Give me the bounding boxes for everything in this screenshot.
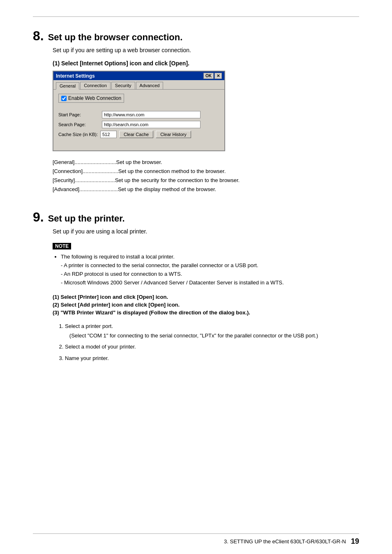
printer-step-2: (2) Select [Add printer] icon and click … <box>53 302 359 308</box>
start-page-label: Start Page: <box>58 112 99 117</box>
printer-sub-steps: Select a printer port. (Select "COM 1" f… <box>53 321 359 363</box>
top-rule <box>33 16 359 17</box>
clear-history-button[interactable]: Clear History <box>156 131 191 138</box>
section-8-body: Set up if you are setting up a web brows… <box>53 47 359 194</box>
cache-row: Cache Size (in KB): Clear Cache Clear Hi… <box>58 131 219 138</box>
enable-web-connection-label: Enable Web Connection <box>68 95 121 101</box>
printer-step-1: (1) Select [Printer] icon and click [Ope… <box>53 294 359 300</box>
dialog-close-button[interactable]: ✕ <box>214 73 222 79</box>
search-page-input[interactable] <box>102 121 201 128</box>
tab-advanced[interactable]: Advanced <box>136 82 164 89</box>
section-9: 9. Set up the printer. Set up if you are… <box>33 210 359 363</box>
section-9-header: 9. Set up the printer. <box>33 210 359 224</box>
section-9-number: 9. <box>33 210 44 224</box>
section-9-title: Set up the printer. <box>48 213 125 224</box>
section-8-title: Set up the browser connection. <box>48 32 183 43</box>
start-page-row: Start Page: <box>58 111 219 118</box>
dialog-title: Internet Settings <box>56 73 95 79</box>
section-8-desc: Set up if you are setting up a web brows… <box>53 47 359 53</box>
section-8: 8. Set up the browser connection. Set up… <box>33 29 359 194</box>
search-page-row: Search Page: <box>58 121 219 128</box>
section-8-number: 8. <box>33 29 44 42</box>
section-9-body: Set up if you are using a local printer.… <box>53 228 359 363</box>
enable-web-connection-row: Enable Web Connection <box>58 94 124 103</box>
printer-sub-step-2: Select a model of your printer. <box>65 342 359 351</box>
tab-general[interactable]: General <box>56 82 79 90</box>
note-bullet-2: - An RDP protocol is used for connection… <box>61 271 182 277</box>
info-lines: [General]............................Set… <box>53 158 359 194</box>
section-8-header: 8. Set up the browser connection. <box>33 29 359 43</box>
footer-page-number: 19 <box>351 537 359 546</box>
printer-sub-step-3: Name your printer. <box>65 353 359 363</box>
printer-sub-step-1: Select a printer port. (Select "COM 1" f… <box>65 321 359 341</box>
tab-connection[interactable]: Connection <box>80 82 111 89</box>
section-9-desc: Set up if you are using a local printer. <box>53 228 359 235</box>
note-bullet-intro: The following is required to install a l… <box>61 253 359 287</box>
cache-size-input[interactable] <box>100 131 117 138</box>
dialog-content: Enable Web Connection Start Page: Search… <box>53 90 224 150</box>
note-label: NOTE <box>53 243 71 249</box>
cache-size-label: Cache Size (in KB): <box>58 132 98 137</box>
info-line-advanced: [Advanced]..........................Set … <box>53 185 359 194</box>
start-page-input[interactable] <box>102 111 201 118</box>
dialog-tabs: General Connection Security Advanced <box>53 80 224 90</box>
footer: 3. SETTING UP the eClient 630LT-GR/630LT… <box>33 533 359 546</box>
enable-web-connection-checkbox[interactable] <box>61 96 67 101</box>
internet-settings-dialog: Internet Settings OK ✕ General Connectio… <box>53 71 225 151</box>
note-bullet-3: - Microsoft Windows 2000 Server / Advanc… <box>61 279 284 286</box>
info-line-connection: [Connection]........................Set … <box>53 167 359 176</box>
info-line-general: [General]............................Set… <box>53 158 359 167</box>
dialog-titlebar-buttons: OK ✕ <box>203 73 222 79</box>
dialog-titlebar: Internet Settings OK ✕ <box>53 72 224 80</box>
dialog-ok-button[interactable]: OK <box>203 73 214 79</box>
section-8-substep: (1) Select [Internet Options] icon and c… <box>53 60 359 67</box>
note-content: The following is required to install a l… <box>53 253 359 287</box>
note-bullet-1: - A printer is connected to the serial c… <box>61 262 258 268</box>
printer-steps: (1) Select [Printer] icon and click [Ope… <box>53 294 359 316</box>
clear-cache-button[interactable]: Clear Cache <box>119 131 153 138</box>
info-line-security: [Security]...........................Set… <box>53 176 359 185</box>
footer-text: 3. SETTING UP the eClient 630LT-GR/630LT… <box>224 538 346 545</box>
tab-security[interactable]: Security <box>111 82 135 89</box>
printer-step-3: (3) "WTB Printer Wizard" is displayed (F… <box>53 309 359 316</box>
page: 8. Set up the browser connection. Set up… <box>0 0 392 554</box>
search-page-label: Search Page: <box>58 122 99 127</box>
